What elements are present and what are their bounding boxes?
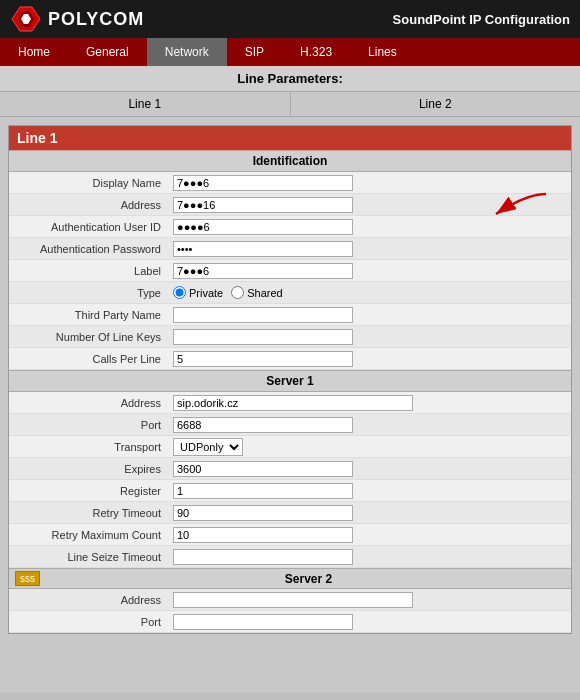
- line-tab-2[interactable]: Line 2: [291, 92, 581, 116]
- header: POLYCOM SoundPoint IP Configuration: [0, 0, 580, 38]
- line-seize-timeout-label: Line Seize Timeout: [9, 551, 169, 563]
- line-keys-input[interactable]: [173, 329, 353, 345]
- transport-value: UDPonly TCP UDP TLS: [169, 437, 571, 457]
- type-radio-group: Private Shared: [173, 286, 567, 299]
- line-seize-timeout-row: Line Seize Timeout: [9, 546, 571, 568]
- transport-label: Transport: [9, 441, 169, 453]
- logo-area: POLYCOM: [10, 5, 144, 33]
- register-value: [169, 482, 571, 500]
- server1-port-label: Port: [9, 419, 169, 431]
- server2-sss-badge: sss: [15, 571, 40, 586]
- label-row: Label: [9, 260, 571, 282]
- display-name-input[interactable]: [173, 175, 353, 191]
- auth-userid-input[interactable]: [173, 219, 353, 235]
- navbar: Home General Network SIP H.323 Lines: [0, 38, 580, 66]
- display-name-label: Display Name: [9, 177, 169, 189]
- auth-password-label: Authentication Password: [9, 243, 169, 255]
- retry-timeout-input[interactable]: [173, 505, 353, 521]
- nav-network[interactable]: Network: [147, 38, 227, 66]
- server1-port-input[interactable]: [173, 417, 353, 433]
- address-label: Address: [9, 199, 169, 211]
- server2-port-input[interactable]: [173, 614, 353, 630]
- red-arrow-icon: [471, 189, 551, 229]
- retry-timeout-label: Retry Timeout: [9, 507, 169, 519]
- calls-per-line-input[interactable]: [173, 351, 353, 367]
- line-keys-value: [169, 328, 571, 346]
- transport-row: Transport UDPonly TCP UDP TLS: [9, 436, 571, 458]
- auth-password-value: [169, 240, 571, 258]
- nav-general[interactable]: General: [68, 38, 147, 66]
- line1-header: Line 1: [9, 126, 571, 150]
- register-label: Register: [9, 485, 169, 497]
- server1-address-label: Address: [9, 397, 169, 409]
- server2-port-value: [169, 613, 571, 631]
- server2-port-row: Port: [9, 611, 571, 633]
- server2-address-row: Address: [9, 589, 571, 611]
- retry-timeout-row: Retry Timeout: [9, 502, 571, 524]
- server1-address-row: Address: [9, 392, 571, 414]
- type-label: Type: [9, 287, 169, 299]
- identification-header: Identification: [9, 150, 571, 172]
- auth-password-row: Authentication Password: [9, 238, 571, 260]
- nav-sip[interactable]: SIP: [227, 38, 282, 66]
- logo-text: POLYCOM: [48, 9, 144, 30]
- calls-per-line-value: [169, 350, 571, 368]
- third-party-input[interactable]: [173, 307, 353, 323]
- expires-label: Expires: [9, 463, 169, 475]
- third-party-value: [169, 306, 571, 324]
- register-row: Register: [9, 480, 571, 502]
- server2-port-label: Port: [9, 616, 169, 628]
- third-party-label: Third Party Name: [9, 309, 169, 321]
- line1-section: Line 1 Identification Display Name Addre…: [8, 125, 572, 634]
- type-private-option[interactable]: Private: [173, 286, 223, 299]
- address-value: [169, 196, 571, 214]
- server2-address-label: Address: [9, 594, 169, 606]
- label-label: Label: [9, 265, 169, 277]
- server1-header: Server 1: [9, 370, 571, 392]
- retry-timeout-value: [169, 504, 571, 522]
- retry-max-count-label: Retry Maximum Count: [9, 529, 169, 541]
- retry-max-count-input[interactable]: [173, 527, 353, 543]
- server2-address-input[interactable]: [173, 592, 413, 608]
- type-shared-radio[interactable]: [231, 286, 244, 299]
- third-party-row: Third Party Name: [9, 304, 571, 326]
- line-seize-timeout-input[interactable]: [173, 549, 353, 565]
- retry-max-count-value: [169, 526, 571, 544]
- server1-port-value: [169, 416, 571, 434]
- calls-per-line-label: Calls Per Line: [9, 353, 169, 365]
- retry-max-count-row: Retry Maximum Count: [9, 524, 571, 546]
- nav-h323[interactable]: H.323: [282, 38, 350, 66]
- server1-address-input[interactable]: [173, 395, 413, 411]
- nav-home[interactable]: Home: [0, 38, 68, 66]
- address-input[interactable]: [173, 197, 353, 213]
- auth-userid-label: Authentication User ID: [9, 221, 169, 233]
- address-row: Address: [9, 194, 571, 216]
- expires-value: [169, 460, 571, 478]
- server1-address-value: [169, 394, 571, 412]
- server1-port-row: Port: [9, 414, 571, 436]
- header-title: SoundPoint IP Configuration: [393, 12, 570, 27]
- line-keys-row: Number Of Line Keys: [9, 326, 571, 348]
- label-input[interactable]: [173, 263, 353, 279]
- content-area: Line 1 Identification Display Name Addre…: [0, 117, 580, 693]
- server2-header-row: sss Server 2: [9, 568, 571, 589]
- register-input[interactable]: [173, 483, 353, 499]
- transport-select[interactable]: UDPonly TCP UDP TLS: [173, 438, 243, 456]
- expires-row: Expires: [9, 458, 571, 480]
- type-shared-option[interactable]: Shared: [231, 286, 282, 299]
- auth-password-input[interactable]: [173, 241, 353, 257]
- server2-title: Server 2: [46, 572, 571, 586]
- expires-input[interactable]: [173, 461, 353, 477]
- server2-address-value: [169, 591, 571, 609]
- type-value: Private Shared: [169, 285, 571, 300]
- type-row: Type Private Shared: [9, 282, 571, 304]
- line-seize-timeout-value: [169, 548, 571, 566]
- calls-per-line-row: Calls Per Line: [9, 348, 571, 370]
- polycom-logo-icon: [10, 5, 42, 33]
- label-value: [169, 262, 571, 280]
- sub-header: Line Parameters:: [0, 66, 580, 92]
- line-keys-label: Number Of Line Keys: [9, 331, 169, 343]
- line-tab-1[interactable]: Line 1: [0, 92, 291, 116]
- type-private-radio[interactable]: [173, 286, 186, 299]
- nav-lines[interactable]: Lines: [350, 38, 415, 66]
